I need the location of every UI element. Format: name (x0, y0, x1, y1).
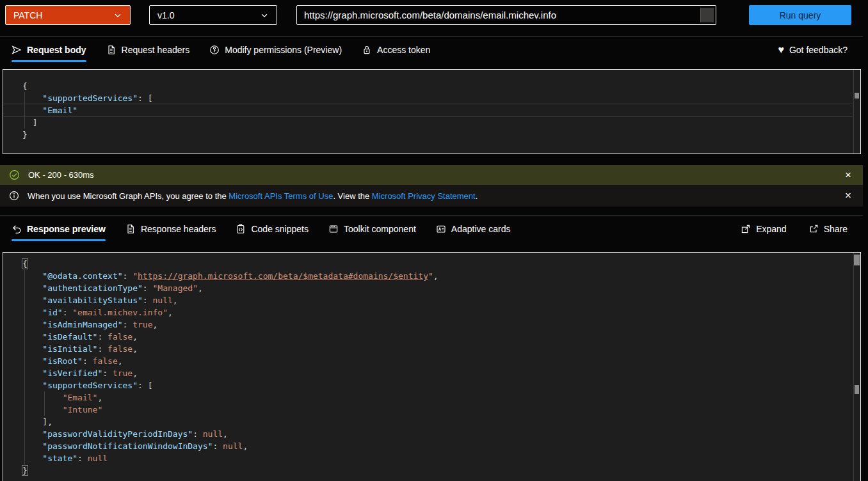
response-preview-editor[interactable]: { "@odata.context": "https://graph.micro… (3, 252, 861, 481)
clipboard-code-icon (236, 224, 246, 234)
request-tab-bar: Request body Request headers Modify perm… (0, 36, 863, 63)
adaptive-card-icon (436, 224, 446, 234)
code-line: { (22, 258, 438, 270)
tab-label: Access token (377, 45, 430, 55)
response-tab-bar: Response preview Response headers Code s… (0, 215, 863, 242)
toolkit-icon (328, 224, 339, 234)
code-line: "passwordNotificationWindowInDays": null… (22, 440, 438, 452)
url-input-grip[interactable] (700, 8, 714, 22)
expand-label: Expand (756, 224, 786, 234)
response-preview-code: { "@odata.context": "https://graph.micro… (22, 258, 438, 477)
expand-icon (741, 224, 751, 234)
share-button[interactable]: Share (808, 224, 848, 234)
code-line: ], (22, 416, 438, 428)
tab-response-headers[interactable]: Response headers (125, 216, 216, 242)
query-bar: PATCH v1.0 https://graph.microsoft.com/b… (0, 0, 868, 30)
response-status-bar: OK - 200 - 630ms × (0, 165, 863, 185)
tab-label: Request body (27, 45, 86, 55)
send-icon (12, 45, 22, 55)
code-line: ] (22, 116, 153, 129)
got-feedback-label: Got feedback? (789, 45, 848, 55)
tab-adaptive-cards[interactable]: Adaptive cards (436, 216, 511, 242)
code-line: "isVerified": true, (22, 367, 438, 379)
request-body-editor[interactable]: { "supportedServices": [ "Email" ]} (3, 69, 861, 154)
tab-label: Request headers (122, 45, 190, 55)
success-check-icon (9, 170, 20, 180)
lock-icon (362, 45, 372, 55)
terms-info-bar: When you use Microsoft Graph APIs, you a… (0, 185, 863, 207)
code-line: "state": null (22, 452, 438, 464)
code-line: "supportedServices": [ (22, 92, 153, 104)
heart-icon: ♥ (778, 45, 784, 55)
undo-icon (12, 224, 22, 234)
code-line: "isAdminManaged": true, (22, 319, 438, 331)
editor-scrollbar[interactable] (853, 70, 854, 154)
code-line: "supportedServices": [ (22, 379, 438, 391)
tab-toolkit-component[interactable]: Toolkit component (328, 216, 416, 242)
api-version-value: v1.0 (157, 10, 174, 20)
run-query-button[interactable]: Run query (749, 5, 851, 25)
request-body-code: { "supportedServices": [ "Email" ]} (22, 80, 153, 141)
tab-label: Adaptive cards (451, 224, 511, 234)
scrollbar-mark (855, 385, 859, 394)
code-line: "Email", (22, 391, 438, 404)
status-close-button[interactable]: × (841, 168, 855, 182)
code-line: "authenticationType": "Managed", (22, 282, 438, 294)
code-line: } (22, 464, 438, 477)
code-line: } (22, 129, 153, 141)
terms-of-use-link[interactable]: Microsoft APIs Terms of Use (229, 191, 333, 201)
status-text: OK - 200 - 630ms (28, 170, 94, 180)
code-line: "id": "email.michev.info", (22, 306, 438, 319)
share-icon (808, 224, 819, 234)
expand-button[interactable]: Expand (741, 224, 786, 234)
http-method-select[interactable]: PATCH (5, 5, 131, 25)
permissions-icon (209, 45, 220, 55)
document-icon (125, 224, 136, 234)
scrollbar-thumb[interactable] (854, 255, 860, 265)
code-line: "isRoot": false, (22, 355, 438, 367)
scrollbar-mark (855, 93, 859, 99)
tab-label: Modify permissions (Preview) (225, 45, 342, 55)
code-line: "Email" (22, 104, 153, 116)
code-line: "Intune" (22, 404, 438, 416)
document-icon (106, 45, 117, 55)
info-close-button[interactable]: × (841, 189, 855, 203)
tab-label: Toolkit component (344, 224, 416, 234)
http-method-value: PATCH (13, 10, 42, 20)
code-line: "availabilityStatus": null, (22, 294, 438, 306)
chevron-down-icon (260, 11, 269, 20)
tab-label: Code snippets (251, 224, 309, 234)
got-feedback-button[interactable]: ♥ Got feedback? (778, 45, 848, 55)
tab-access-token[interactable]: Access token (362, 37, 430, 63)
response-odata-link[interactable]: https://graph.microsoft.com/beta/$metada… (138, 271, 428, 281)
api-version-select[interactable]: v1.0 (149, 5, 277, 25)
request-url-input[interactable]: https://graph.microsoft.com/beta/domains… (296, 5, 716, 25)
tab-code-snippets[interactable]: Code snippets (236, 216, 309, 242)
share-label: Share (824, 224, 848, 234)
code-line: "isDefault": false, (22, 331, 438, 343)
tab-response-preview[interactable]: Response preview (12, 216, 106, 242)
terms-text: When you use Microsoft Graph APIs, you a… (28, 191, 478, 201)
tab-label: Response headers (141, 224, 216, 234)
code-line: "@odata.context": "https://graph.microso… (22, 270, 438, 282)
tab-label: Response preview (27, 224, 106, 234)
request-url-value: https://graph.microsoft.com/beta/domains… (304, 10, 556, 20)
code-line: "passwordValidityPeriodInDays": null, (22, 428, 438, 440)
info-icon (9, 191, 19, 201)
code-line: { (22, 80, 153, 92)
chevron-down-icon (113, 11, 122, 20)
tab-modify-permissions[interactable]: Modify permissions (Preview) (209, 37, 342, 63)
tab-request-headers[interactable]: Request headers (106, 37, 190, 63)
code-line: "isInitial": false, (22, 343, 438, 355)
tab-request-body[interactable]: Request body (12, 37, 86, 63)
privacy-statement-link[interactable]: Microsoft Privacy Statement (372, 191, 476, 201)
editor-scrollbar[interactable] (853, 253, 854, 481)
